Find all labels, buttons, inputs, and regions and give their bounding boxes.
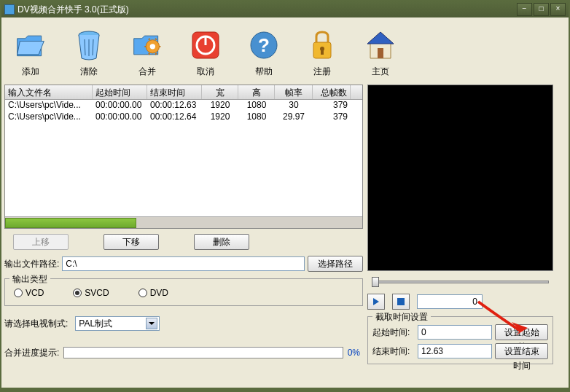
col-end[interactable]: 结束时间 xyxy=(147,85,202,99)
tv-system-select[interactable]: PAL制式 xyxy=(75,316,160,331)
clear-label: 清除 xyxy=(80,66,98,78)
col-path[interactable]: 输入文件名 xyxy=(5,85,93,99)
svcd-label: SVCD xyxy=(85,288,109,298)
home-button[interactable]: 主页 xyxy=(360,28,401,78)
stop-square-icon xyxy=(397,298,405,305)
register-button[interactable]: 注册 xyxy=(302,28,343,78)
svg-point-5 xyxy=(150,44,155,49)
capture-fieldset: 截取时间设置 起始时间: 设置起始时间 结束时间: 设置结束时间 xyxy=(367,316,553,364)
merge-button[interactable]: 合并 xyxy=(127,28,168,78)
seek-thumb[interactable] xyxy=(372,277,379,287)
vcd-radio[interactable]: VCD xyxy=(14,288,44,298)
radio-icon xyxy=(73,289,82,297)
chevron-down-icon xyxy=(146,318,157,329)
file-list-body[interactable]: C:\Users\pc\Vide...00:00:00.0000:00:12.6… xyxy=(5,100,362,216)
cell: 00:00:00.00 xyxy=(93,111,147,123)
progress-label: 合并进度提示: xyxy=(4,347,59,359)
tv-system-value: PAL制式 xyxy=(79,318,112,330)
window-title: DV视频合并快手 3.0(正式版) xyxy=(17,4,517,16)
table-row[interactable]: C:\Users\pc\Vide...00:00:00.0000:00:12.6… xyxy=(5,111,362,123)
capture-legend: 截取时间设置 xyxy=(372,311,431,324)
add-label: 添加 xyxy=(22,66,39,78)
stop-button[interactable] xyxy=(392,294,410,310)
trash-icon xyxy=(71,28,106,63)
play-icon xyxy=(373,298,379,305)
horizontal-scrollbar[interactable] xyxy=(5,216,362,228)
col-width[interactable]: 宽 xyxy=(202,85,238,99)
titlebar: DV视频合并快手 3.0(正式版) − □ × xyxy=(1,1,569,17)
cell: 00:00:12.63 xyxy=(147,100,202,111)
lock-icon xyxy=(305,28,340,63)
start-time-label: 起始时间: xyxy=(372,326,415,339)
table-row[interactable]: C:\Users\pc\Vide...00:00:00.0000:00:12.6… xyxy=(5,100,362,111)
help-label: 帮助 xyxy=(255,66,273,78)
col-fps[interactable]: 帧率 xyxy=(275,85,313,99)
end-time-input[interactable] xyxy=(418,344,492,358)
svg-text:?: ? xyxy=(258,34,270,56)
cell: 379 xyxy=(313,100,351,111)
play-button[interactable] xyxy=(367,294,385,310)
clear-button[interactable]: 清除 xyxy=(69,28,109,78)
svg-rect-13 xyxy=(321,49,324,55)
cell: 1920 xyxy=(202,100,238,111)
move-down-button[interactable]: 下移 xyxy=(104,234,159,250)
start-time-input[interactable] xyxy=(418,325,492,340)
svcd-radio[interactable]: SVCD xyxy=(73,288,109,298)
cell: 00:00:00.00 xyxy=(93,100,147,111)
help-button[interactable]: ? 帮助 xyxy=(243,28,284,78)
tv-system-label: 请选择电视制式: xyxy=(4,318,68,330)
help-icon: ? xyxy=(246,28,281,63)
svg-rect-14 xyxy=(378,48,383,58)
folder-open-icon xyxy=(13,28,48,63)
end-time-label: 结束时间: xyxy=(372,345,415,358)
move-up-button[interactable]: 上移 xyxy=(13,234,69,250)
cell: 00:00:12.64 xyxy=(147,111,202,123)
scrollbar-thumb[interactable] xyxy=(5,218,136,228)
set-start-button[interactable]: 设置起始时间 xyxy=(495,324,548,340)
vcd-label: VCD xyxy=(26,288,44,298)
home-icon xyxy=(363,28,398,63)
toolbar: 添加 清除 合并 取消 ? xyxy=(4,20,566,85)
cell: 379 xyxy=(313,111,351,123)
seek-bar[interactable] xyxy=(367,275,553,289)
col-start[interactable]: 起始时间 xyxy=(93,85,147,99)
col-height[interactable]: 高 xyxy=(238,85,275,99)
file-list: 输入文件名 起始时间 结束时间 宽 高 帧率 总帧数 C:\Users\pc\V… xyxy=(4,85,363,229)
progress-bar xyxy=(63,347,343,358)
output-path-label: 输出文件路径: xyxy=(4,258,59,270)
video-preview xyxy=(367,85,553,271)
set-end-button[interactable]: 设置结束时间 xyxy=(495,343,548,359)
app-icon xyxy=(4,4,15,15)
home-label: 主页 xyxy=(372,66,389,78)
merge-label: 合并 xyxy=(138,66,156,78)
file-list-header: 输入文件名 起始时间 结束时间 宽 高 帧率 总帧数 xyxy=(5,85,362,100)
radio-icon xyxy=(138,289,147,297)
output-type-legend: 输出类型 xyxy=(9,273,50,286)
stop-icon xyxy=(188,28,223,63)
output-type-fieldset: 输出类型 VCD SVCD DVD xyxy=(4,278,363,306)
output-path-input[interactable] xyxy=(62,256,305,271)
cell: C:\Users\pc\Vide... xyxy=(5,111,93,123)
dvd-label: DVD xyxy=(150,288,168,298)
cell: 1920 xyxy=(202,111,238,123)
minimize-button[interactable]: − xyxy=(517,3,532,16)
cell: C:\Users\pc\Vide... xyxy=(5,100,93,111)
gear-folder-icon xyxy=(130,28,165,63)
seek-track xyxy=(372,281,549,283)
col-frames[interactable]: 总帧数 xyxy=(313,85,351,99)
delete-button[interactable]: 删除 xyxy=(194,234,249,250)
cell: 1080 xyxy=(238,100,275,111)
cancel-label: 取消 xyxy=(197,66,214,78)
cell: 30 xyxy=(275,100,313,111)
frame-counter: 0 xyxy=(417,294,483,309)
radio-icon xyxy=(14,289,23,297)
add-button[interactable]: 添加 xyxy=(10,28,51,78)
cell: 29.97 xyxy=(275,111,313,123)
cancel-button[interactable]: 取消 xyxy=(185,28,226,78)
progress-percent: 0% xyxy=(348,348,363,358)
register-label: 注册 xyxy=(313,66,331,78)
close-button[interactable]: × xyxy=(550,3,566,16)
maximize-button[interactable]: □ xyxy=(534,3,549,16)
dvd-radio[interactable]: DVD xyxy=(138,288,168,298)
browse-button[interactable]: 选择路径 xyxy=(308,256,363,272)
